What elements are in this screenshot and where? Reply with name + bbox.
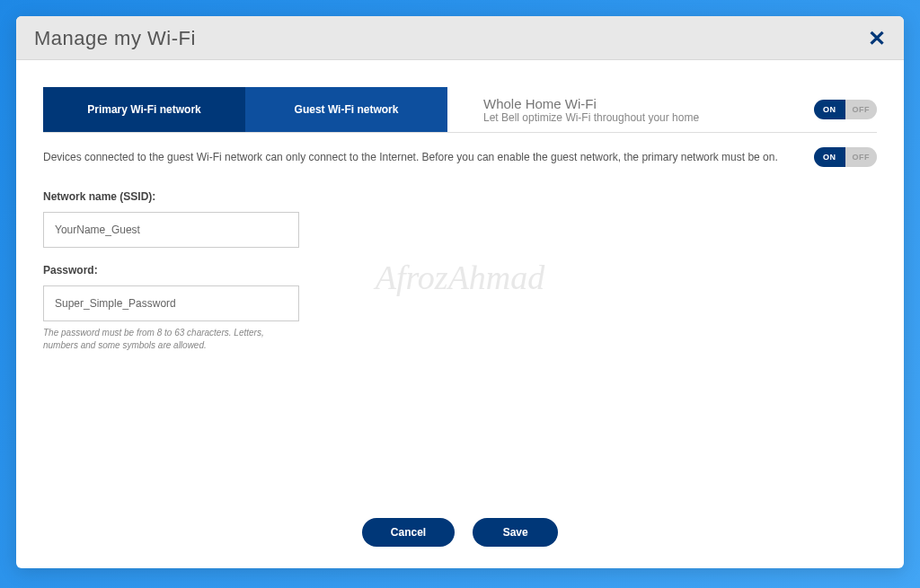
close-icon[interactable]: ✕	[868, 28, 886, 49]
modal-header: Manage my Wi-Fi ✕	[16, 16, 904, 60]
whole-home-toggle[interactable]: ON OFF	[814, 100, 877, 119]
form-section: Network name (SSID): Password: The passw…	[43, 181, 877, 377]
whole-home-subtitle: Let Bell optimize Wi-Fi throughout your …	[483, 111, 699, 124]
ssid-label: Network name (SSID):	[43, 190, 877, 203]
guest-description-row: Devices connected to the guest Wi-Fi net…	[43, 133, 877, 181]
top-row: Primary Wi-Fi network Guest Wi-Fi networ…	[43, 87, 877, 133]
toggle-on-label: ON	[814, 100, 845, 119]
ssid-group: Network name (SSID):	[43, 190, 877, 248]
toggle-off-label: OFF	[845, 147, 878, 167]
password-input[interactable]	[43, 285, 299, 321]
modal-title: Manage my Wi-Fi	[34, 27, 196, 50]
cancel-button[interactable]: Cancel	[362, 518, 455, 547]
tabs-container: Primary Wi-Fi network Guest Wi-Fi networ…	[43, 87, 447, 132]
action-buttons: Cancel Save	[16, 500, 904, 568]
wifi-settings-modal: Manage my Wi-Fi ✕ Primary Wi-Fi network …	[16, 16, 904, 568]
guest-description-text: Devices connected to the guest Wi-Fi net…	[43, 149, 778, 165]
whole-home-title: Whole Home Wi-Fi	[483, 96, 699, 111]
password-label: Password:	[43, 264, 877, 276]
toggle-on-label: ON	[814, 147, 845, 167]
password-group: Password: The password must be from 8 to…	[43, 264, 877, 352]
save-button[interactable]: Save	[473, 518, 558, 547]
password-hint: The password must be from 8 to 63 charac…	[43, 327, 299, 352]
guest-network-toggle[interactable]: ON OFF	[814, 147, 877, 167]
modal-body: Primary Wi-Fi network Guest Wi-Fi networ…	[16, 60, 904, 500]
tab-guest-wifi[interactable]: Guest Wi-Fi network	[245, 87, 447, 132]
tab-primary-wifi[interactable]: Primary Wi-Fi network	[43, 87, 245, 132]
whole-home-section: Whole Home Wi-Fi Let Bell optimize Wi-Fi…	[447, 87, 877, 132]
whole-home-text: Whole Home Wi-Fi Let Bell optimize Wi-Fi…	[483, 96, 699, 124]
toggle-off-label: OFF	[845, 100, 878, 119]
ssid-input[interactable]	[43, 212, 299, 248]
